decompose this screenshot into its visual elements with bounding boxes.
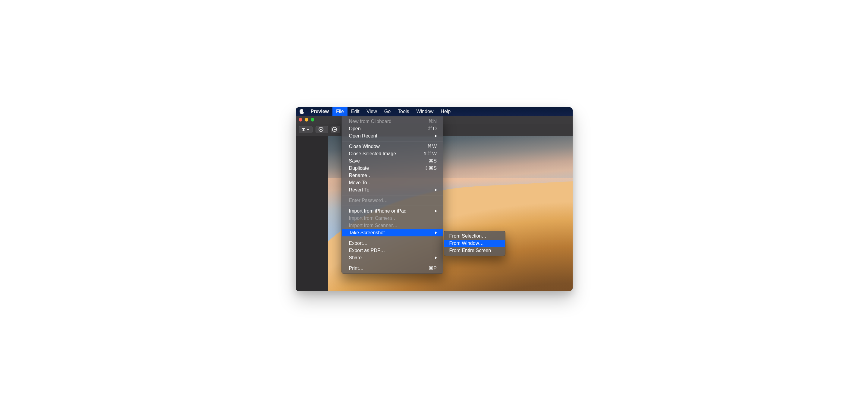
menu-item-export-as-pdf[interactable]: Export as PDF… [342,247,443,254]
shortcut-text: ⌘W [427,144,437,149]
zoom-out-icon [318,127,325,133]
submenu-item-from-entire-screen[interactable]: From Entire Screen [444,247,505,254]
submenu-arrow-icon [435,134,437,137]
shortcut-text: ⌘S [429,158,437,164]
window-minimize-button[interactable] [305,118,308,122]
menu-separator [342,238,443,238]
screenshot-frame: Preview File Edit View Go Tools Window H… [296,108,572,291]
submenu-item-from-window[interactable]: From Window… [444,240,505,247]
zoom-in-button[interactable] [331,126,340,133]
menu-separator [342,195,443,195]
menu-separator [342,263,443,263]
menu-item-export[interactable]: Export… [342,240,443,247]
menu-item-import-scanner: Import from Scanner… [342,222,443,229]
submenu-arrow-icon [435,210,437,213]
menu-item-open-recent[interactable]: Open Recent [342,132,443,140]
submenu-arrow-icon [435,231,437,234]
menu-item-enter-password: Enter Password… [342,197,443,204]
submenu-item-from-selection[interactable]: From Selection… [444,233,505,240]
menubar-item-edit[interactable]: Edit [347,108,363,116]
window-close-button[interactable] [299,118,302,122]
shortcut-text: ⇧⌘W [423,151,437,156]
submenu-arrow-icon [435,256,437,259]
take-screenshot-submenu: From Selection… From Window… From Entire… [444,231,505,256]
menubar-item-file[interactable]: File [333,108,347,116]
shortcut-text: ⌘O [428,126,437,131]
shortcut-text: ⇧⌘S [424,165,437,171]
file-menu: New from Clipboard ⌘N Open… ⌘O Open Rece… [341,116,443,274]
menu-item-revert-to[interactable]: Revert To [342,186,443,193]
menubar-item-tools[interactable]: Tools [394,108,412,116]
menu-separator [342,141,443,142]
sidebar-icon [302,128,305,131]
menu-item-open[interactable]: Open… ⌘O [342,125,443,132]
menu-separator [342,206,443,206]
menu-item-take-screenshot[interactable]: Take Screenshot [342,229,443,236]
menubar-item-window[interactable]: Window [412,108,437,116]
menubar-item-view[interactable]: View [363,108,380,116]
zoom-in-icon [332,127,339,133]
shortcut-text: ⌘N [428,119,437,124]
submenu-arrow-icon [435,188,437,191]
window-zoom-button[interactable] [311,118,314,122]
shortcut-text: ⌘P [429,265,437,271]
menu-item-import-iphone-ipad[interactable]: Import from iPhone or iPad [342,208,443,215]
apple-icon [300,109,304,114]
menu-item-duplicate[interactable]: Duplicate ⇧⌘S [342,165,443,172]
menu-item-close-window[interactable]: Close Window ⌘W [342,143,443,150]
zoom-out-button[interactable] [315,126,328,133]
menu-item-rename[interactable]: Rename… [342,172,443,179]
sidebar-view-button[interactable] [299,126,313,133]
app-name-menu[interactable]: Preview [307,108,333,116]
menu-item-new-from-clipboard: New from Clipboard ⌘N [342,118,443,125]
menu-item-share[interactable]: Share [342,254,443,262]
menu-item-close-selected-image[interactable]: Close Selected Image ⇧⌘W [342,150,443,157]
menu-item-save[interactable]: Save ⌘S [342,157,443,165]
menubar: Preview File Edit View Go Tools Window H… [296,108,572,116]
menu-item-move-to[interactable]: Move To… [342,179,443,186]
menubar-item-go[interactable]: Go [381,108,394,116]
thumbnail-sidebar[interactable] [296,136,328,291]
apple-menu[interactable] [297,109,307,114]
menu-item-import-camera: Import from Camera… [342,215,443,222]
menu-item-print[interactable]: Print… ⌘P [342,265,443,272]
menubar-item-help[interactable]: Help [437,108,454,116]
